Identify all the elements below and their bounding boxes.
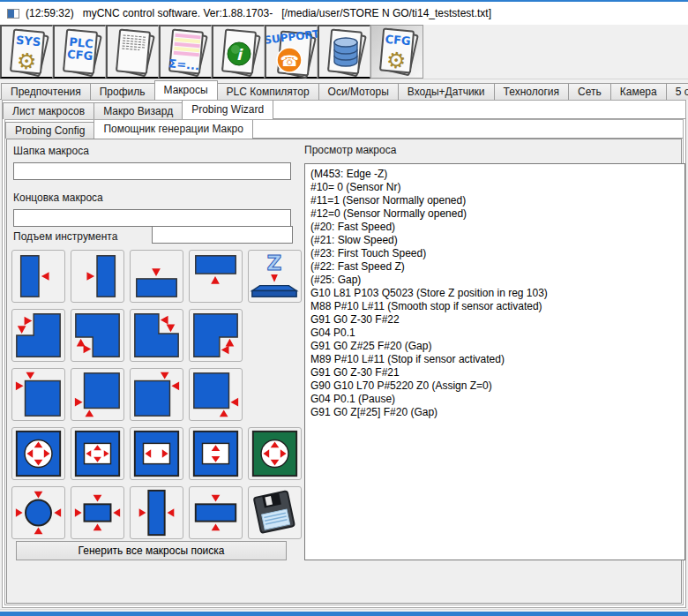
probe-outer-corner-bottom-left-icon [71,369,123,420]
probe-pocket-height-button[interactable] [189,427,243,480]
macro-footer-input[interactable] [13,209,291,227]
probe-edge-down-button[interactable] [130,250,183,303]
probe-edge-left-icon [12,251,64,302]
bottom-accent-bar [0,612,688,616]
bottom-divider [0,609,688,610]
tab-preferences[interactable]: Предпочтения [1,83,91,100]
toolbar-button-plc-cfg[interactable]: PLC CFG [53,25,106,79]
probe-outer-corner-top-left-button[interactable] [11,368,65,421]
toolbar-button-macro-sum[interactable]: Σ=... [159,25,212,79]
toolbar-button-info[interactable]: i [212,25,265,79]
toolbar-button-cfg[interactable]: CFG ⚙ [370,25,423,79]
probe-inner-corner-bottom-left-icon [71,310,123,361]
tab-plc-compiler[interactable]: PLC Компилятор [217,83,319,100]
tab-probing-config[interactable]: Probing Config [5,122,94,139]
macro-footer-label: Концовка макроса [13,192,103,204]
text-document-icon [108,26,161,79]
main-tab-bar: Предпочтения Профиль Макросы PLC Компиля… [0,80,688,100]
support-phone-icon: SUPPORT ☎ [266,26,319,79]
probe-boss-width-button[interactable] [130,486,183,539]
tab-profile[interactable]: Профиль [90,83,155,100]
probe-outer-corner-bottom-right-button[interactable] [189,368,243,421]
probe-inner-corner-bottom-right-button[interactable] [189,309,243,362]
probe-inner-corner-top-right-icon [131,310,183,361]
tab-macros[interactable]: Макросы [154,80,218,100]
tab-camera[interactable]: Камера [610,83,667,100]
svg-text:☎: ☎ [280,52,298,70]
probe-inner-corner-bottom-right-icon [190,310,242,361]
probe-hole-center-green-button[interactable] [248,427,302,480]
tab-5-axis[interactable]: 5 осева [666,83,688,100]
svg-text:SYS: SYS [15,34,41,49]
toolbar: SYS ⚙ PLC CFG [0,25,688,79]
toolbar-button-database[interactable] [318,25,370,79]
cfg-document-gear-icon: CFG ⚙ [371,26,424,79]
probe-hole-center-green-icon [249,428,301,479]
svg-text:⚙: ⚙ [385,47,408,74]
macro-preview-textarea[interactable]: (M453: Edge -Z) #10= 0 (Sensor Nr) #11=1… [304,163,685,560]
macro-preview-label: Просмотр макроса [304,144,396,156]
macros-panel: Лист макросов Макро Визард Probing Wizar… [2,100,686,608]
window-title: (12:59:32) myCNC control software. Ver:1… [26,7,491,19]
toolbar-button-support[interactable]: SUPPORT ☎ [265,25,318,79]
tab-macro-list[interactable]: Лист макросов [3,102,94,119]
probe-z-surface-button[interactable]: Z [248,250,302,303]
toolbar-button-documents[interactable] [106,25,159,79]
probe-edge-down-icon [131,251,183,302]
probe-outer-corner-top-right-icon [131,369,183,420]
save-macros-icon [249,487,301,538]
probing-tab-bar: Probing Config Помощник генерации Макро [5,120,683,139]
probe-inner-corner-top-left-icon [12,310,64,361]
probe-boss-rect-icon [71,487,123,538]
probe-pocket-width-button[interactable] [130,427,183,480]
probe-outer-corner-top-right-button[interactable] [130,368,183,421]
probe-edge-up-button[interactable] [189,250,243,303]
plc-cfg-document-icon: PLC CFG [55,26,108,79]
probe-pocket-center-button[interactable] [71,427,124,480]
sys-document-gear-icon: SYS ⚙ [2,26,55,79]
macro-header-input[interactable] [13,162,291,180]
probe-inner-corner-bottom-left-button[interactable] [71,309,124,362]
svg-text:Z: Z [267,251,282,274]
generate-all-macros-button[interactable]: Генерить все макросы поиска [16,541,287,560]
probe-boss-height-button[interactable] [189,486,243,539]
probe-pocket-center-icon [71,428,123,479]
tab-network[interactable]: Сеть [568,83,611,100]
macro-header-label: Шапка макроса [13,145,89,157]
probe-edge-left-button[interactable] [11,250,65,303]
save-macros-button[interactable] [248,486,302,539]
toolbar-button-sys[interactable]: SYS ⚙ [0,25,53,79]
probe-outer-corner-bottom-right-icon [190,369,242,420]
tool-lift-input[interactable] [152,226,293,244]
probe-edge-right-button[interactable] [71,250,124,303]
probe-outer-corner-bottom-left-button[interactable] [71,368,124,421]
probe-edge-right-icon [71,251,123,302]
probe-boss-circle-icon [12,487,64,538]
svg-text:CFG: CFG [385,33,411,48]
probe-edge-up-icon [190,251,242,302]
tab-axes-motors[interactable]: Оси/Моторы [318,83,399,100]
macro-generator-panel: Шапка макроса Концовка макроса Подъем ин… [6,139,682,604]
probe-outer-corner-top-left-icon [12,369,64,420]
probe-inner-corner-top-left-button[interactable] [11,309,65,362]
probe-hole-center-icon [12,428,64,479]
mycnc-window: (12:59:32) myCNC control software. Ver:1… [0,0,688,616]
tab-macro-wizard[interactable]: Макро Визард [93,102,183,119]
tab-macro-generation-helper[interactable]: Помощник генерации Макро [93,120,252,139]
tab-inputs-sensors[interactable]: Входы+Датчики [398,83,495,100]
probe-boss-circle-button[interactable] [11,486,65,539]
probe-inner-corner-top-right-button[interactable] [130,309,183,362]
probing-wizard-panel: Probing Config Помощник генерации Макро … [4,119,684,605]
database-document-icon [319,26,372,79]
tool-lift-label: Подъем инструмента [13,230,117,243]
probe-hole-center-button[interactable] [11,427,65,480]
svg-text:Σ=...: Σ=... [168,56,200,72]
tab-probing-wizard[interactable]: Probing Wizard [182,101,273,119]
tab-technology[interactable]: Технология [494,83,570,100]
macro-tab-bar: Лист макросов Макро Визард Probing Wizar… [3,101,685,119]
macro-table-sum-icon: Σ=... [161,26,213,79]
probe-boss-rect-button[interactable] [71,486,124,539]
titlebar: (12:59:32) myCNC control software. Ver:1… [0,0,688,25]
info-document-icon: i [213,26,266,79]
svg-text:CFG: CFG [67,48,93,63]
